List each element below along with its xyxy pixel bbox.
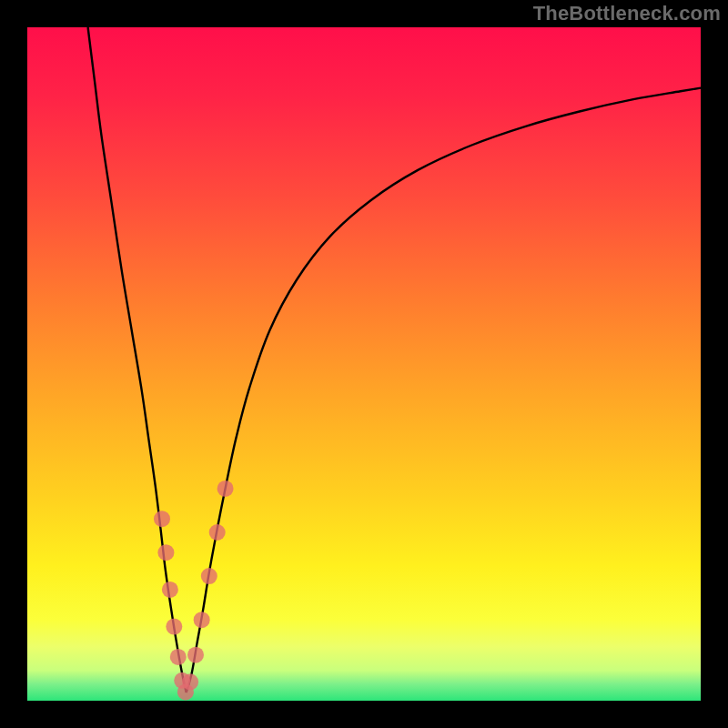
data-marker bbox=[162, 581, 178, 598]
data-marker bbox=[201, 568, 217, 584]
data-marker bbox=[209, 524, 226, 541]
bottleneck-chart bbox=[0, 0, 728, 728]
data-marker bbox=[187, 647, 204, 663]
data-marker bbox=[170, 649, 187, 665]
data-marker bbox=[154, 511, 170, 527]
chart-stage: TheBottleneck.com bbox=[0, 0, 728, 728]
data-marker bbox=[194, 612, 210, 628]
gradient-panel bbox=[27, 27, 701, 701]
watermark-label: TheBottleneck.com bbox=[533, 2, 721, 25]
data-marker bbox=[166, 619, 182, 635]
data-marker bbox=[217, 480, 234, 497]
data-marker bbox=[157, 544, 174, 561]
data-marker bbox=[182, 673, 198, 690]
